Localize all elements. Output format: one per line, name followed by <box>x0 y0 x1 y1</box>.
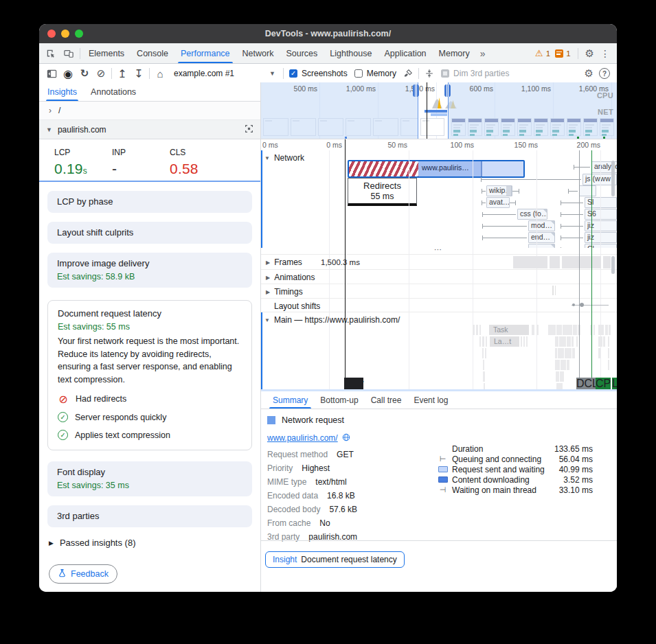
main-thread-task[interactable] <box>608 336 609 347</box>
details-tab-event-log[interactable]: Event log <box>407 391 454 409</box>
details-tab-summary[interactable]: Summary <box>267 391 314 409</box>
insight-card-document-request-latency[interactable]: Document request latencyEst savings: 55 … <box>47 300 252 450</box>
feedback-button[interactable]: Feedback <box>49 564 117 584</box>
memory-checkbox[interactable]: Memory <box>351 69 400 78</box>
network-request[interactable]: css (fo… <box>517 209 547 220</box>
main-thread-task[interactable] <box>555 348 557 358</box>
main-thread-task[interactable] <box>479 336 481 347</box>
sidebar-site-row[interactable]: ▼ paulirish.com <box>39 120 260 139</box>
main-thread-task[interactable] <box>485 348 486 358</box>
main-thread-task[interactable] <box>548 325 556 335</box>
main-thread-task[interactable] <box>536 325 539 335</box>
main-thread-task[interactable] <box>479 325 481 335</box>
main-thread-task[interactable] <box>598 336 602 347</box>
minimap-left-handle[interactable] <box>413 84 419 97</box>
main-thread-track-header[interactable]: ▼ Main — https://www.paulirish.com/ <box>264 315 400 325</box>
main-thread-task[interactable]: Task <box>489 325 529 335</box>
timeline-minimap[interactable]: 500 ms1,000 ms1,500 ms600 ms1,100 ms1,60… <box>261 82 617 139</box>
main-thread-task[interactable] <box>555 336 558 347</box>
main-thread-task[interactable] <box>567 336 571 347</box>
scrollbar-thumb[interactable] <box>611 256 615 274</box>
home-icon[interactable]: ⌂ <box>152 65 168 82</box>
main-thread-task[interactable] <box>563 325 572 335</box>
scrollbar-thumb[interactable] <box>611 161 615 196</box>
network-request[interactable] <box>528 244 555 248</box>
main-thread-task[interactable] <box>560 371 564 382</box>
main-thread-task[interactable] <box>598 325 604 335</box>
main-thread-task[interactable] <box>556 325 562 335</box>
main-thread-task[interactable]: La…t <box>490 336 519 347</box>
frames-track-header[interactable]: ▶ Frames <box>266 257 302 267</box>
main-thread-task[interactable] <box>572 336 574 347</box>
main-thread-task[interactable] <box>526 336 528 347</box>
tab-lighthouse[interactable]: Lighthouse <box>324 43 378 63</box>
main-thread-task[interactable] <box>558 348 564 358</box>
tab-performance[interactable]: Performance <box>174 43 236 63</box>
zoom-window-button[interactable] <box>75 30 83 38</box>
main-thread-task[interactable] <box>556 371 559 382</box>
main-thread-task[interactable] <box>482 336 484 347</box>
insight-card-improve-image-delivery[interactable]: Improve image deliveryEst savings: 58.9 … <box>47 253 252 288</box>
tab-memory[interactable]: Memory <box>433 43 476 63</box>
main-thread-task[interactable] <box>483 371 485 382</box>
main-thread-task[interactable] <box>573 325 577 335</box>
details-tab-bottom-up[interactable]: Bottom-up <box>314 391 364 409</box>
animations-track-header[interactable]: ▶ Animations <box>266 273 315 282</box>
network-request[interactable] <box>579 185 596 196</box>
save-profile-icon[interactable]: ↧ <box>131 65 147 82</box>
main-thread-task[interactable] <box>523 336 525 347</box>
minimize-window-button[interactable] <box>61 30 69 38</box>
network-request[interactable]: end… <box>528 232 555 243</box>
tab-console[interactable]: Console <box>131 43 174 63</box>
main-thread-task[interactable] <box>483 360 484 370</box>
main-thread-task[interactable] <box>521 336 522 347</box>
main-thread-task[interactable] <box>559 336 566 347</box>
more-options-icon[interactable]: ⋮ <box>599 48 611 59</box>
capture-settings-gear-icon[interactable]: ⚙ <box>585 67 593 80</box>
main-thread-task[interactable] <box>603 336 605 347</box>
main-thread-task[interactable] <box>565 348 572 358</box>
settings-gear-icon[interactable]: ⚙ <box>585 47 594 60</box>
device-toolbar-icon[interactable] <box>60 43 78 63</box>
collapse-tracks-icon[interactable] <box>421 65 438 82</box>
insight-card-font-display[interactable]: Font displayEst savings: 35 ms <box>47 461 252 496</box>
passed-insights-row[interactable]: ▶ Passed insights (8) <box>47 536 252 549</box>
toggle-sidebar-icon[interactable] <box>43 65 60 82</box>
main-thread-task[interactable] <box>609 325 611 335</box>
main-thread-task[interactable] <box>561 360 566 370</box>
scenario-select[interactable]: example.com #1 ▼ <box>168 69 281 78</box>
tab-network[interactable]: Network <box>236 43 280 63</box>
sidebar-tab-annotations[interactable]: Annotations <box>91 82 136 101</box>
main-thread-task[interactable] <box>598 348 600 358</box>
main-thread-task[interactable] <box>608 348 609 358</box>
network-request[interactable]: mod… <box>528 220 555 231</box>
track-resize-handle[interactable]: ⋯ <box>426 245 451 254</box>
sidebar-url-row[interactable]: › / <box>39 102 260 120</box>
close-window-button[interactable] <box>47 30 56 38</box>
help-icon[interactable]: ? <box>599 68 610 79</box>
filmstrip-thumbnail[interactable] <box>420 118 444 136</box>
tab-sources[interactable]: Sources <box>280 43 324 63</box>
insight-card-3rd-parties[interactable]: 3rd parties <box>47 505 252 527</box>
issues-icon[interactable] <box>555 49 563 58</box>
main-thread-task[interactable] <box>532 325 534 335</box>
more-tabs-button[interactable]: » <box>476 48 490 59</box>
main-thread-task[interactable] <box>567 360 569 370</box>
main-thread-task[interactable] <box>486 336 487 347</box>
insight-chip-button[interactable]: Insight Document request latency <box>265 551 405 568</box>
tab-elements[interactable]: Elements <box>82 43 131 63</box>
layout-shifts-track-header[interactable]: Layout shifts <box>274 301 320 311</box>
warning-icon[interactable]: ⚠ <box>535 48 543 58</box>
screenshots-checkbox[interactable]: Screenshots <box>286 69 351 78</box>
globe-icon[interactable] <box>342 432 350 444</box>
flame-chart[interactable]: ▼ Network www.pauliris… Redirects 55 ms … <box>261 139 617 391</box>
inspect-element-icon[interactable] <box>42 43 60 63</box>
network-request[interactable]: avat… <box>486 197 510 208</box>
request-url-link[interactable]: www.paulirish.com/ <box>267 433 338 443</box>
reload-and-record-button[interactable]: ↻ <box>76 65 93 82</box>
load-profile-icon[interactable]: ↥ <box>114 65 131 82</box>
main-thread-task[interactable] <box>605 325 608 335</box>
timings-track-header[interactable]: ▶ Timings <box>266 287 303 297</box>
main-document-request-bar[interactable]: www.pauliris… <box>348 160 525 178</box>
details-tab-call-tree[interactable]: Call tree <box>365 391 408 409</box>
